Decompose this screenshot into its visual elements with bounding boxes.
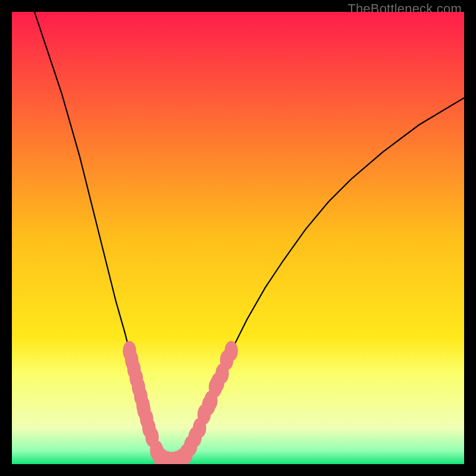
chart-frame	[12, 12, 464, 464]
chart-background	[12, 12, 464, 464]
bottleneck-chart	[12, 12, 464, 464]
data-point	[224, 341, 237, 361]
